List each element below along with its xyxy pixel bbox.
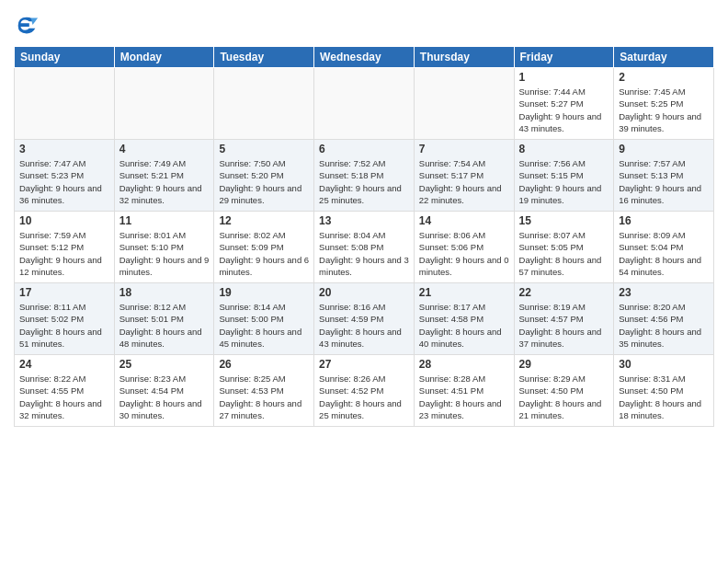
calendar-cell — [114, 68, 214, 140]
week-row-5: 24Sunrise: 8:22 AM Sunset: 4:55 PM Dayli… — [15, 355, 714, 427]
day-info: Sunrise: 8:17 AM Sunset: 4:58 PM Dayligh… — [419, 301, 509, 350]
calendar-cell: 7Sunrise: 7:54 AM Sunset: 5:17 PM Daylig… — [414, 140, 514, 212]
day-info: Sunrise: 8:19 AM Sunset: 4:57 PM Dayligh… — [519, 301, 609, 350]
day-number: 10 — [19, 214, 109, 227]
day-number: 18 — [119, 286, 210, 299]
calendar-cell: 27Sunrise: 8:26 AM Sunset: 4:52 PM Dayli… — [314, 355, 415, 427]
day-number: 7 — [419, 143, 509, 155]
week-row-1: 1Sunrise: 7:44 AM Sunset: 5:27 PM Daylig… — [15, 68, 714, 140]
day-info: Sunrise: 8:22 AM Sunset: 4:55 PM Dayligh… — [19, 373, 109, 421]
calendar-cell: 9Sunrise: 7:57 AM Sunset: 5:13 PM Daylig… — [614, 140, 714, 212]
calendar-cell: 5Sunrise: 7:50 AM Sunset: 5:20 PM Daylig… — [214, 140, 314, 212]
day-number: 15 — [519, 214, 609, 227]
weekday-header-sunday: Sunday — [15, 47, 115, 68]
day-number: 4 — [119, 143, 210, 155]
calendar-cell: 4Sunrise: 7:49 AM Sunset: 5:21 PM Daylig… — [114, 140, 214, 212]
calendar-cell: 23Sunrise: 8:20 AM Sunset: 4:56 PM Dayli… — [614, 283, 714, 355]
day-info: Sunrise: 7:52 AM Sunset: 5:18 PM Dayligh… — [319, 157, 409, 206]
day-info: Sunrise: 7:44 AM Sunset: 5:27 PM Dayligh… — [519, 86, 609, 134]
day-number: 24 — [19, 358, 109, 371]
day-number: 14 — [419, 214, 509, 227]
weekday-header-saturday: Saturday — [614, 47, 714, 68]
day-info: Sunrise: 8:02 AM Sunset: 5:09 PM Dayligh… — [219, 229, 309, 278]
day-info: Sunrise: 8:09 AM Sunset: 5:04 PM Dayligh… — [619, 229, 709, 278]
day-info: Sunrise: 7:56 AM Sunset: 5:15 PM Dayligh… — [519, 157, 609, 206]
day-number: 26 — [219, 358, 309, 371]
calendar-cell — [414, 68, 514, 140]
day-info: Sunrise: 8:16 AM Sunset: 4:59 PM Dayligh… — [319, 301, 409, 350]
weekday-header-wednesday: Wednesday — [314, 47, 415, 68]
calendar-header-row: SundayMondayTuesdayWednesdayThursdayFrid… — [15, 47, 714, 68]
day-info: Sunrise: 8:01 AM Sunset: 5:10 PM Dayligh… — [119, 229, 210, 278]
calendar-cell: 10Sunrise: 7:59 AM Sunset: 5:12 PM Dayli… — [15, 212, 115, 283]
day-info: Sunrise: 7:47 AM Sunset: 5:23 PM Dayligh… — [19, 157, 109, 206]
day-number: 25 — [119, 358, 210, 371]
calendar-cell — [214, 68, 314, 140]
day-info: Sunrise: 8:28 AM Sunset: 4:51 PM Dayligh… — [419, 373, 509, 421]
calendar-cell: 28Sunrise: 8:28 AM Sunset: 4:51 PM Dayli… — [414, 355, 514, 427]
day-info: Sunrise: 7:45 AM Sunset: 5:25 PM Dayligh… — [619, 86, 709, 134]
calendar-cell: 1Sunrise: 7:44 AM Sunset: 5:27 PM Daylig… — [514, 68, 614, 140]
day-number: 11 — [119, 214, 210, 227]
calendar-cell: 8Sunrise: 7:56 AM Sunset: 5:15 PM Daylig… — [514, 140, 614, 212]
day-number: 1 — [519, 71, 609, 84]
calendar-cell: 17Sunrise: 8:11 AM Sunset: 5:02 PM Dayli… — [15, 283, 115, 355]
calendar-cell: 16Sunrise: 8:09 AM Sunset: 5:04 PM Dayli… — [614, 212, 714, 283]
week-row-4: 17Sunrise: 8:11 AM Sunset: 5:02 PM Dayli… — [15, 283, 714, 355]
weekday-header-friday: Friday — [514, 47, 614, 68]
week-row-3: 10Sunrise: 7:59 AM Sunset: 5:12 PM Dayli… — [15, 212, 714, 283]
day-number: 2 — [619, 71, 709, 84]
calendar-cell: 19Sunrise: 8:14 AM Sunset: 5:00 PM Dayli… — [214, 283, 314, 355]
page: SundayMondayTuesdayWednesdayThursdayFrid… — [0, 0, 728, 563]
calendar-cell: 21Sunrise: 8:17 AM Sunset: 4:58 PM Dayli… — [414, 283, 514, 355]
day-info: Sunrise: 8:07 AM Sunset: 5:05 PM Dayligh… — [519, 229, 609, 278]
calendar-cell: 14Sunrise: 8:06 AM Sunset: 5:06 PM Dayli… — [414, 212, 514, 283]
day-number: 9 — [619, 143, 709, 155]
day-number: 13 — [319, 214, 409, 227]
day-number: 20 — [319, 286, 409, 299]
day-info: Sunrise: 7:49 AM Sunset: 5:21 PM Dayligh… — [119, 157, 210, 206]
day-info: Sunrise: 7:59 AM Sunset: 5:12 PM Dayligh… — [19, 229, 109, 278]
calendar-cell — [15, 68, 115, 140]
calendar-cell — [314, 68, 415, 140]
day-info: Sunrise: 8:20 AM Sunset: 4:56 PM Dayligh… — [619, 301, 709, 350]
day-info: Sunrise: 7:54 AM Sunset: 5:17 PM Dayligh… — [419, 157, 509, 206]
calendar-cell: 25Sunrise: 8:23 AM Sunset: 4:54 PM Dayli… — [114, 355, 214, 427]
calendar-cell: 12Sunrise: 8:02 AM Sunset: 5:09 PM Dayli… — [214, 212, 314, 283]
weekday-header-tuesday: Tuesday — [214, 47, 314, 68]
logo-icon — [14, 13, 40, 39]
calendar-cell: 15Sunrise: 8:07 AM Sunset: 5:05 PM Dayli… — [514, 212, 614, 283]
day-info: Sunrise: 8:04 AM Sunset: 5:08 PM Dayligh… — [319, 229, 409, 278]
day-number: 19 — [219, 286, 309, 299]
calendar-cell: 11Sunrise: 8:01 AM Sunset: 5:10 PM Dayli… — [114, 212, 214, 283]
day-number: 16 — [619, 214, 709, 227]
day-number: 3 — [19, 143, 109, 155]
day-number: 30 — [619, 358, 709, 371]
day-info: Sunrise: 8:29 AM Sunset: 4:50 PM Dayligh… — [519, 373, 609, 421]
day-number: 8 — [519, 143, 609, 155]
calendar-cell: 29Sunrise: 8:29 AM Sunset: 4:50 PM Dayli… — [514, 355, 614, 427]
calendar-cell: 24Sunrise: 8:22 AM Sunset: 4:55 PM Dayli… — [15, 355, 115, 427]
day-info: Sunrise: 8:26 AM Sunset: 4:52 PM Dayligh… — [319, 373, 409, 421]
calendar-cell: 6Sunrise: 7:52 AM Sunset: 5:18 PM Daylig… — [314, 140, 415, 212]
day-number: 12 — [219, 214, 309, 227]
day-info: Sunrise: 7:50 AM Sunset: 5:20 PM Dayligh… — [219, 157, 309, 206]
day-info: Sunrise: 8:11 AM Sunset: 5:02 PM Dayligh… — [19, 301, 109, 350]
day-number: 23 — [619, 286, 709, 299]
day-number: 28 — [419, 358, 509, 371]
day-info: Sunrise: 8:12 AM Sunset: 5:01 PM Dayligh… — [119, 301, 210, 350]
day-number: 27 — [319, 358, 409, 371]
weekday-header-thursday: Thursday — [414, 47, 514, 68]
day-info: Sunrise: 7:57 AM Sunset: 5:13 PM Dayligh… — [619, 157, 709, 206]
day-info: Sunrise: 8:31 AM Sunset: 4:50 PM Dayligh… — [619, 373, 709, 421]
day-info: Sunrise: 8:25 AM Sunset: 4:53 PM Dayligh… — [219, 373, 309, 421]
calendar: SundayMondayTuesdayWednesdayThursdayFrid… — [14, 46, 714, 427]
day-number: 6 — [319, 143, 409, 155]
week-row-2: 3Sunrise: 7:47 AM Sunset: 5:23 PM Daylig… — [15, 140, 714, 212]
day-number: 17 — [19, 286, 109, 299]
day-number: 29 — [519, 358, 609, 371]
calendar-cell: 20Sunrise: 8:16 AM Sunset: 4:59 PM Dayli… — [314, 283, 415, 355]
calendar-cell: 30Sunrise: 8:31 AM Sunset: 4:50 PM Dayli… — [614, 355, 714, 427]
day-info: Sunrise: 8:06 AM Sunset: 5:06 PM Dayligh… — [419, 229, 509, 278]
weekday-header-monday: Monday — [114, 47, 214, 68]
